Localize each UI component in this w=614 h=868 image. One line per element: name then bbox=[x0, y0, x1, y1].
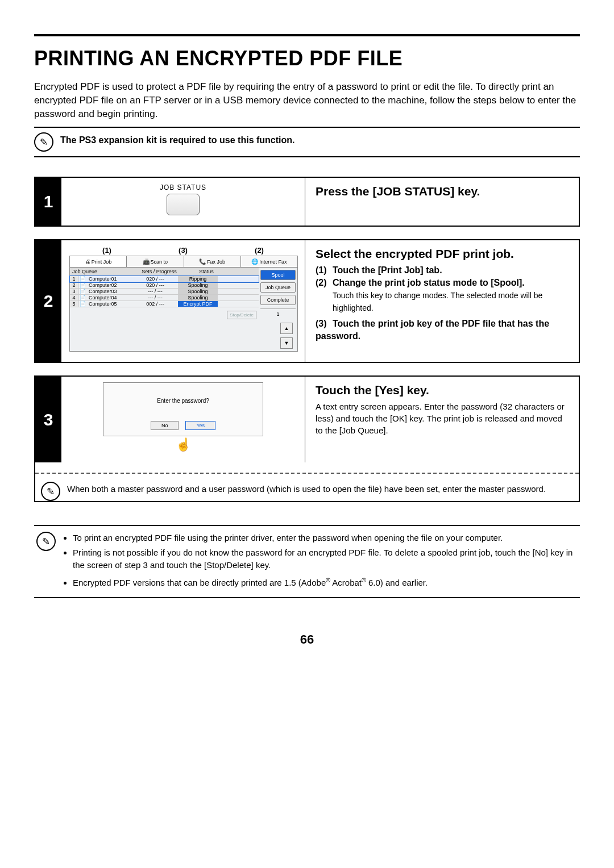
document-icon: 📄 bbox=[78, 301, 86, 307]
scan-icon: 📠 bbox=[143, 258, 150, 265]
job-row[interactable]: 4 📄 Computer04 --- / --- Spooling bbox=[70, 295, 259, 301]
no-button[interactable]: No bbox=[151, 421, 179, 430]
col-sets: Sets / Progress bbox=[134, 268, 184, 276]
document-icon: 📄 bbox=[78, 282, 86, 288]
step-1-illustration: JOB STATUS bbox=[61, 178, 305, 226]
step-3-body: A text entry screen appears. Enter the p… bbox=[316, 400, 571, 436]
scroll-up-button[interactable]: ▲ bbox=[280, 323, 293, 334]
step-number: 1 bbox=[35, 178, 61, 226]
bottom-notes: ✎ To print an encrypted PDF file using t… bbox=[34, 525, 580, 598]
pencil-icon: ✎ bbox=[41, 482, 60, 501]
scroll-down-button[interactable]: ▼ bbox=[280, 337, 293, 349]
intro-paragraph: Encrypted PDF is used to protect a PDF f… bbox=[34, 80, 580, 121]
globe-icon: 🌐 bbox=[251, 258, 258, 265]
callout-1: (1) bbox=[69, 246, 144, 254]
requirement-text: The PS3 expansion kit is required to use… bbox=[60, 132, 295, 145]
tab-internet-fax[interactable]: 🌐Internet Fax bbox=[241, 256, 297, 267]
job-row[interactable]: 3 📄 Computer03 --- / --- Spooling bbox=[70, 289, 259, 295]
step-1-heading: Press the [JOB STATUS] key. bbox=[316, 185, 571, 198]
callout-2: (2) bbox=[222, 246, 297, 254]
tab-scan-to[interactable]: 📠Scan to bbox=[127, 256, 184, 267]
job-row[interactable]: 2 📄 Computer02 020 / --- Spooling bbox=[70, 282, 259, 289]
yes-button[interactable]: Yes bbox=[185, 421, 215, 430]
job-row[interactable]: 1 📄 Computer01 020 / --- Ripping bbox=[70, 276, 259, 282]
document-icon: 📄 bbox=[78, 289, 86, 294]
step-number: 3 bbox=[35, 377, 61, 462]
mode-spool[interactable]: Spool bbox=[260, 270, 296, 280]
phone-icon: 📞 bbox=[199, 258, 206, 265]
password-dialog: Enter the password? No Yes bbox=[103, 382, 263, 436]
job-status-panel: 🖨Print Job 📠Scan to 📞Fax Job 🌐Internet F… bbox=[69, 256, 298, 352]
pencil-icon: ✎ bbox=[34, 132, 53, 152]
substep-2-note: Touch this key to change modes. The sele… bbox=[333, 289, 571, 314]
bottom-note-3: Encrypted PDF versions that can be direc… bbox=[73, 574, 578, 589]
mode-complete[interactable]: Complete bbox=[260, 295, 296, 305]
step-2-heading: Select the encrypted PDF print job. bbox=[316, 247, 571, 261]
printer-icon: 🖨 bbox=[85, 258, 90, 265]
document-icon: 📄 bbox=[78, 295, 86, 301]
step-2: 2 (1) (3) (2) 🖨Print Job 📠Scan to 📞Fax J… bbox=[34, 239, 580, 363]
bottom-note-1: To print an encrypted PDF file using the… bbox=[73, 532, 578, 544]
step-3: 3 Enter the password? No Yes ☝ Touch the… bbox=[34, 375, 580, 502]
pointer-hand-icon: ☝ bbox=[176, 437, 191, 452]
tab-fax-job[interactable]: 📞Fax Job bbox=[184, 256, 241, 267]
page-number: 66 bbox=[34, 632, 580, 647]
job-row[interactable]: 5 📄 Computer05 002 / --- Encrypt PDF bbox=[70, 301, 259, 307]
document-icon: 📄 bbox=[78, 276, 86, 282]
mode-job-queue[interactable]: Job Queue bbox=[260, 282, 296, 293]
job-status-label: JOB STATUS bbox=[160, 183, 206, 191]
page-title: PRINTING AN ENCRYPTED PDF FILE bbox=[34, 47, 580, 70]
callout-3: (3) bbox=[146, 246, 221, 254]
col-status: Status bbox=[184, 268, 229, 276]
substep-3: Touch the print job key of the PDF file … bbox=[316, 319, 549, 341]
step-1: 1 JOB STATUS Press the [JOB STATUS] key. bbox=[34, 177, 580, 227]
step-3-illustration: Enter the password? No Yes ☝ bbox=[61, 377, 305, 462]
step-3-heading: Touch the [Yes] key. bbox=[316, 383, 571, 397]
step-2-illustration: (1) (3) (2) 🖨Print Job 📠Scan to 📞Fax Job… bbox=[61, 240, 305, 362]
substep-1: Touch the [Print Job] tab. bbox=[333, 265, 442, 275]
step-3-subnote: When both a master password and a user p… bbox=[67, 482, 546, 494]
col-jobqueue: Job Queue bbox=[70, 268, 134, 276]
dialog-message: Enter the password? bbox=[109, 398, 257, 404]
tab-print-job[interactable]: 🖨Print Job bbox=[70, 256, 127, 267]
page-indicator: 1 bbox=[260, 309, 296, 319]
substep-2: Change the print job status mode to [Spo… bbox=[333, 278, 525, 287]
stop-delete-button[interactable]: Stop/Delete bbox=[227, 311, 256, 319]
pencil-icon: ✎ bbox=[36, 532, 56, 551]
bottom-note-2: Printing is not possible if you do not k… bbox=[73, 546, 578, 571]
job-status-key[interactable] bbox=[167, 194, 200, 215]
step-number: 2 bbox=[35, 240, 61, 362]
requirement-note: ✎ The PS3 expansion kit is required to u… bbox=[34, 127, 580, 157]
